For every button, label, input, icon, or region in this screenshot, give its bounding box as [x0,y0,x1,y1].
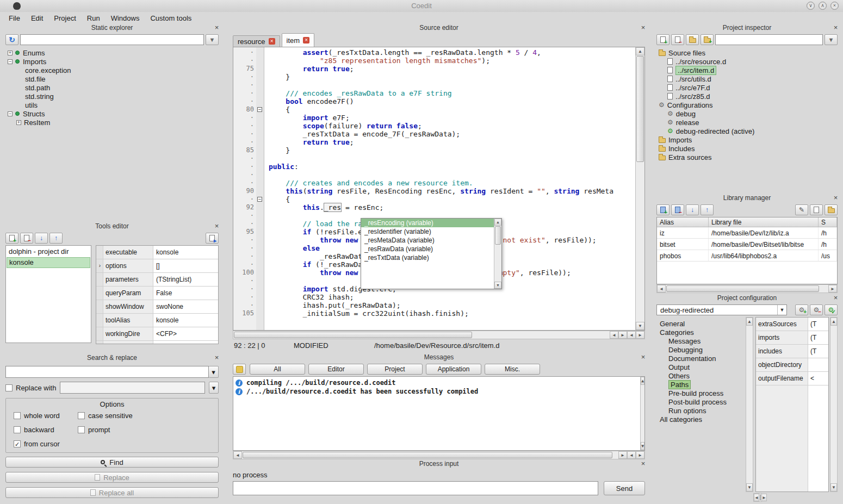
search-input[interactable] [5,366,209,378]
static-explorer-filter-input[interactable] [20,34,204,45]
option-from-cursor[interactable]: ✓ from cursor [14,440,78,448]
tree-expander-icon[interactable]: − [8,59,13,64]
configuration-select[interactable]: debug-redirected ▼ [656,304,787,315]
replace-button[interactable]: Replace [5,472,219,483]
completion-item[interactable]: _resRawData (variable) [361,245,494,253]
scroll-right-arrow[interactable]: ► [636,451,644,459]
grid-vscrollbar[interactable]: ▲ ▼ [830,317,838,492]
completion-item[interactable]: _resIdentifier (variable) [361,227,494,236]
open-library-button[interactable] [825,204,838,215]
scroll-right-arrow[interactable]: ► [761,494,767,501]
column-header-alias[interactable]: Alias [657,217,709,227]
fold-marker-icon[interactable]: − [257,197,262,202]
static-explorer-item-structs[interactable]: −Structs [5,109,219,118]
close-icon[interactable]: × [640,460,647,468]
config-category-general[interactable]: General [656,319,743,328]
property-expander[interactable] [96,314,103,327]
tool-item-dolphin-project-dir[interactable]: dolphin - project dir [7,246,90,257]
clear-messages-button[interactable] [233,364,246,375]
remove-configuration-button[interactable]: ⚙− [810,304,823,315]
option-case-sensitive[interactable]: case sensitive [78,412,210,420]
tab-close-icon[interactable]: × [269,38,275,45]
scroll-left-arrow[interactable]: ◄ [233,451,242,459]
property-value[interactable]: False [153,287,218,300]
replace-all-button[interactable]: Replace all [5,487,219,498]
clone-configuration-button[interactable]: ⚙✓ [825,304,838,315]
property-value[interactable]: (TStringList) [153,273,218,286]
completion-item[interactable]: _resMetaData (variable) [361,236,494,245]
rollup-button[interactable]: ∨ [807,2,815,10]
tree-expander-icon[interactable]: + [16,120,21,125]
remove-library-button[interactable]: − [671,204,684,215]
grid-hscrollbar[interactable]: ◄ ► [753,493,762,502]
scroll-right-arrow[interactable]: ► [636,331,644,339]
add-library-button[interactable]: + [656,204,670,215]
tab-item[interactable]: item × [282,33,315,47]
close-icon[interactable]: × [640,24,647,32]
library-table-header[interactable]: AliasLibrary fileS [657,217,837,227]
move-down-button[interactable]: ↓ [686,204,699,215]
inspector-item-extra-sources[interactable]: Extra sources [656,153,838,161]
scroll-up-arrow[interactable]: ▲ [830,318,837,326]
messages-hscrollbar[interactable]: ◄ ► ◄ ► [233,451,645,459]
property-value[interactable] [808,358,828,371]
replace-with-checkbox[interactable]: Replace with [5,384,56,392]
add-folder-button[interactable]: + [701,34,714,45]
menu-windows[interactable]: Windows [106,13,145,24]
property-expander[interactable] [96,300,103,313]
messages-filter-editor[interactable]: Editor [308,364,364,375]
inspector-item-src-resource-d[interactable]: ../src/resource.d [656,57,838,66]
scroll-up-arrow[interactable]: ▲ [641,377,644,385]
config-category-pre-build-process[interactable]: Pre-build process [656,389,743,397]
scroll-left-arrow[interactable]: ◄ [610,331,618,339]
scroll-thumb[interactable] [234,332,472,338]
inspector-item-debug[interactable]: ⚙debug [656,109,838,118]
column-header-library-file[interactable]: Library file [709,217,819,227]
config-category-run-options[interactable]: Run options [656,406,743,415]
inspector-item-src-z85-d[interactable]: ../src/z85.d [656,92,838,101]
scroll-down-arrow[interactable]: ▼ [746,483,753,491]
close-icon[interactable]: × [832,194,839,202]
static-explorer-item-std-path[interactable]: std.path [5,83,219,92]
property-expander[interactable] [96,246,103,259]
messages-list[interactable]: i compiling /.../build/resource.d.coedit… [233,376,645,451]
library-row-iz[interactable]: iz /home/basile/Dev/Iz/lib/iz.a /h [657,227,837,239]
add-source-button[interactable]: + [656,34,670,45]
messages-filter-all[interactable]: All [250,364,305,375]
static-explorer-item-resitem[interactable]: +ResItem [5,118,219,127]
config-category-categories[interactable]: Categories [656,328,743,337]
scroll-thumb[interactable] [495,226,501,245]
register-project-button[interactable] [810,204,823,215]
option-backward[interactable]: backward [14,426,78,434]
tab-resource[interactable]: resource × [233,35,280,47]
scroll-right-arrow[interactable]: ► [618,451,627,459]
library-row-phobos[interactable]: phobos /usr/lib64/libphobos2.a /us [657,250,837,262]
tool-item-konsole[interactable]: konsole [7,257,90,268]
find-button[interactable]: Find [5,457,219,468]
tab-close-icon[interactable]: × [303,37,309,43]
property-value[interactable]: konsole [153,246,218,259]
static-explorer-item-std-string[interactable]: std.string [5,92,219,101]
fold-gutter[interactable]: − [256,105,264,114]
property-expander[interactable] [96,273,103,286]
property-value[interactable]: (T [808,345,828,358]
messages-filter-project[interactable]: Project [367,364,423,375]
config-category-paths[interactable]: Paths [656,380,743,389]
scroll-thumb[interactable] [760,494,761,501]
property-value[interactable]: swoNone [153,300,218,313]
inspector-item-debug-redirected-active[interactable]: ⚙debug-redirected (active) [656,127,838,135]
filter-button[interactable]: ▼ [206,34,219,45]
scroll-down-arrow[interactable]: ▼ [830,483,837,491]
static-explorer-item-core-exception[interactable]: core.exception [5,66,219,74]
property-value[interactable]: konsole [153,314,218,327]
editor-vscrollbar[interactable]: ▲ ▼ [635,47,644,330]
replace-input[interactable] [60,382,205,394]
inspector-item-includes[interactable]: Includes [656,144,838,153]
categories-vscrollbar[interactable]: ▲ ▼ [746,317,753,492]
close-icon[interactable]: × [213,222,220,230]
config-category-post-build-process[interactable]: Post-build process [656,397,743,406]
scroll-down-arrow[interactable]: ▼ [494,282,501,289]
inspector-item-release[interactable]: ⚙release [656,118,838,127]
completion-item[interactable]: _resEncoding (variable) [361,219,494,227]
refresh-button[interactable]: ↻ [5,34,18,45]
